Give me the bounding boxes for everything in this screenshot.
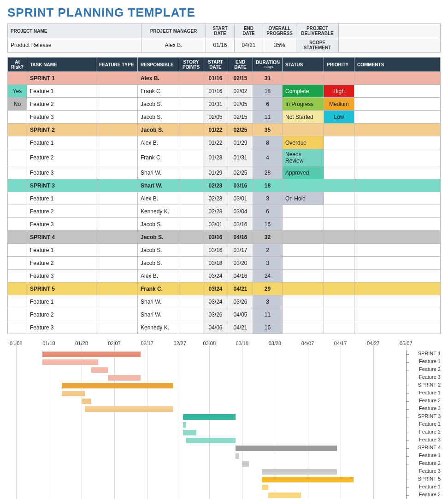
task-row[interactable]: Feature 3Jacob S.03/0103/1616	[8, 218, 441, 231]
cell-priority[interactable]	[324, 231, 354, 244]
cell-status[interactable]: Complete	[283, 85, 324, 98]
cell-start[interactable]: 01/29	[203, 166, 228, 179]
cell-priority[interactable]	[324, 257, 354, 270]
cell-task[interactable]: Feature 1	[27, 85, 96, 98]
cell-comments[interactable]	[354, 98, 441, 111]
cell-status[interactable]	[283, 308, 324, 321]
cell-points[interactable]	[179, 149, 203, 166]
meta-deliverable[interactable]	[339, 24, 441, 38]
cell-end[interactable]: 01/29	[228, 136, 253, 149]
cell-points[interactable]	[179, 244, 203, 257]
cell-points[interactable]	[179, 308, 203, 321]
cell-risk[interactable]: Yes	[8, 85, 27, 98]
sprint-row[interactable]: SPRINT 2Jacob S.01/2202/2535	[8, 123, 441, 136]
cell-priority[interactable]	[324, 149, 354, 166]
cell-priority[interactable]	[324, 321, 354, 334]
cell-status[interactable]: Needs Review	[283, 149, 324, 166]
cell-risk[interactable]	[8, 295, 27, 308]
cell-comments[interactable]	[354, 257, 441, 270]
cell-start[interactable]: 02/05	[203, 111, 228, 123]
sprint-row[interactable]: SPRINT 5Frank C.03/2404/2129	[8, 282, 441, 295]
cell-end[interactable]: 02/15	[228, 72, 253, 85]
cell-duration[interactable]: 11	[253, 111, 283, 123]
cell-comments[interactable]	[354, 123, 441, 136]
cell-responsible[interactable]: Shari W.	[138, 308, 179, 321]
cell-points[interactable]	[179, 321, 203, 334]
cell-status[interactable]	[283, 282, 324, 295]
cell-responsible[interactable]: Jacob S.	[138, 98, 179, 111]
cell-priority[interactable]	[324, 72, 354, 85]
task-row[interactable]: Feature 1Alex B.01/2201/298Overdue	[8, 136, 441, 149]
cell-start[interactable]: 01/22	[203, 123, 228, 136]
cell-priority[interactable]	[324, 192, 354, 205]
cell-feature[interactable]	[96, 257, 138, 270]
cell-end[interactable]: 03/26	[228, 295, 253, 308]
cell-risk[interactable]	[8, 205, 27, 218]
sprint-row[interactable]: SPRINT 1Alex B.01/1602/1531	[8, 72, 441, 85]
cell-duration[interactable]: 28	[253, 166, 283, 179]
cell-points[interactable]	[179, 136, 203, 149]
cell-priority[interactable]	[324, 136, 354, 149]
cell-comments[interactable]	[354, 244, 441, 257]
cell-duration[interactable]: 8	[253, 136, 283, 149]
cell-status[interactable]: Approved	[283, 166, 324, 179]
cell-task[interactable]: Feature 3	[27, 321, 96, 334]
cell-end[interactable]: 02/25	[228, 166, 253, 179]
cell-start[interactable]: 03/01	[203, 218, 228, 231]
cell-risk[interactable]	[8, 321, 27, 334]
cell-comments[interactable]	[354, 149, 441, 166]
cell-risk[interactable]	[8, 244, 27, 257]
cell-feature[interactable]	[96, 72, 138, 85]
cell-task[interactable]: SPRINT 4	[27, 231, 96, 244]
cell-task[interactable]: Feature 1	[27, 295, 96, 308]
cell-status[interactable]: On Hold	[283, 192, 324, 205]
cell-responsible[interactable]: Alex B.	[138, 72, 179, 85]
cell-start[interactable]: 01/31	[203, 98, 228, 111]
cell-priority[interactable]: Medium	[324, 98, 354, 111]
cell-points[interactable]	[179, 270, 203, 282]
cell-duration[interactable]: 18	[253, 179, 283, 192]
cell-comments[interactable]	[354, 166, 441, 179]
cell-status[interactable]	[283, 179, 324, 192]
cell-status[interactable]	[283, 270, 324, 282]
cell-end[interactable]: 03/04	[228, 205, 253, 218]
cell-task[interactable]: Feature 2	[27, 98, 96, 111]
cell-start[interactable]: 03/24	[203, 270, 228, 282]
cell-end[interactable]: 01/31	[228, 149, 253, 166]
cell-start[interactable]: 03/24	[203, 282, 228, 295]
cell-risk[interactable]	[8, 218, 27, 231]
cell-risk[interactable]: No	[8, 98, 27, 111]
cell-responsible[interactable]: Kennedy K.	[138, 321, 179, 334]
cell-points[interactable]	[179, 98, 203, 111]
cell-responsible[interactable]: Alex B.	[138, 136, 179, 149]
cell-points[interactable]	[179, 111, 203, 123]
cell-end[interactable]: 04/21	[228, 321, 253, 334]
task-row[interactable]: Feature 2Kennedy K.02/2803/046	[8, 205, 441, 218]
cell-priority[interactable]: High	[324, 85, 354, 98]
cell-feature[interactable]	[96, 231, 138, 244]
cell-feature[interactable]	[96, 295, 138, 308]
cell-end[interactable]: 03/20	[228, 257, 253, 270]
cell-priority[interactable]	[324, 244, 354, 257]
cell-feature[interactable]	[96, 123, 138, 136]
cell-responsible[interactable]: Jacob S.	[138, 231, 179, 244]
cell-comments[interactable]	[354, 192, 441, 205]
cell-end[interactable]: 03/17	[228, 244, 253, 257]
task-row[interactable]: Feature 3Jacob S.02/0502/1511Not Started…	[8, 111, 441, 123]
cell-priority[interactable]: Low	[324, 111, 354, 123]
cell-start[interactable]: 01/22	[203, 136, 228, 149]
meta-start[interactable]: 01/16	[206, 38, 235, 53]
cell-start[interactable]: 03/24	[203, 295, 228, 308]
cell-risk[interactable]	[8, 72, 27, 85]
task-row[interactable]: Feature 2Jacob S.03/1803/203	[8, 257, 441, 270]
meta-project-manager[interactable]: Alex B.	[141, 38, 206, 53]
cell-risk[interactable]	[8, 179, 27, 192]
task-row[interactable]: Feature 3Kennedy K.04/0604/2116	[8, 321, 441, 334]
cell-task[interactable]: Feature 2	[27, 308, 96, 321]
cell-priority[interactable]	[324, 282, 354, 295]
cell-start[interactable]: 03/16	[203, 244, 228, 257]
cell-risk[interactable]	[8, 308, 27, 321]
cell-duration[interactable]: 16	[253, 218, 283, 231]
cell-end[interactable]: 04/05	[228, 308, 253, 321]
cell-feature[interactable]	[96, 179, 138, 192]
